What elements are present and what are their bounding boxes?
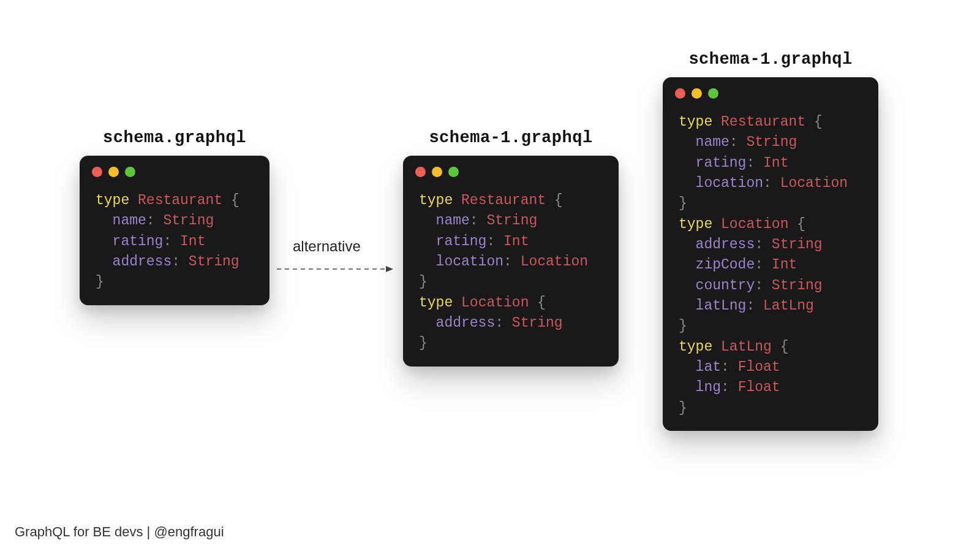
schema-panel-3: schema-1.graphql type Restaurant { name:… bbox=[663, 50, 878, 431]
arrow-label: alternative bbox=[293, 238, 361, 255]
panel-title: schema-1.graphql bbox=[403, 129, 619, 147]
panel-title: schema.graphql bbox=[80, 129, 270, 147]
panel-title: schema-1.graphql bbox=[663, 50, 878, 69]
svg-marker-1 bbox=[386, 266, 393, 272]
code-block: type Restaurant { name: String rating: I… bbox=[663, 108, 878, 419]
window-controls bbox=[80, 156, 270, 182]
minimize-icon bbox=[108, 167, 119, 177]
code-window: type Restaurant { name: String rating: I… bbox=[80, 156, 270, 305]
schema-panel-1: schema.graphql type Restaurant { name: S… bbox=[80, 129, 270, 305]
schema-panel-2: schema-1.graphql type Restaurant { name:… bbox=[403, 129, 619, 367]
maximize-icon bbox=[448, 167, 459, 177]
slide-footer: GraphQL for BE devs | @engfragui bbox=[15, 524, 224, 540]
maximize-icon bbox=[708, 88, 718, 99]
code-window: type Restaurant { name: String rating: I… bbox=[663, 77, 878, 431]
code-block: type Restaurant { name: String rating: I… bbox=[80, 187, 270, 293]
minimize-icon bbox=[432, 167, 442, 177]
code-window: type Restaurant { name: String rating: I… bbox=[403, 156, 619, 367]
close-icon bbox=[415, 167, 426, 177]
window-controls bbox=[403, 156, 619, 182]
close-icon bbox=[92, 167, 102, 177]
close-icon bbox=[675, 88, 685, 99]
code-block: type Restaurant { name: String rating: I… bbox=[403, 187, 619, 354]
diagram-stage: schema.graphql type Restaurant { name: S… bbox=[0, 0, 980, 551]
window-controls bbox=[663, 77, 878, 104]
maximize-icon bbox=[125, 167, 135, 177]
minimize-icon bbox=[692, 88, 702, 99]
